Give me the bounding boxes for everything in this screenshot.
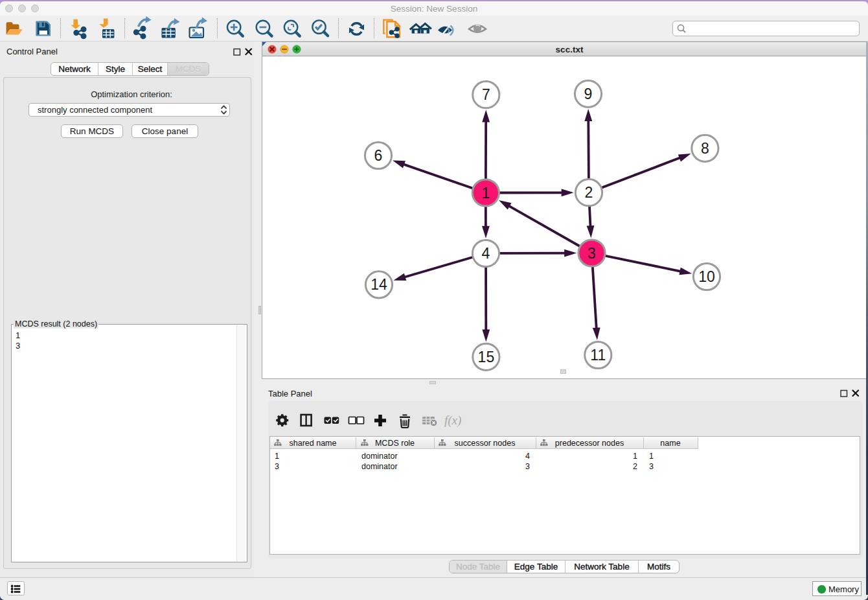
- svg-text:10: 10: [698, 268, 715, 285]
- svg-text:1: 1: [481, 185, 490, 202]
- svg-text:7: 7: [482, 86, 490, 103]
- svg-text:f(x): f(x): [444, 413, 461, 428]
- svg-text:2: 2: [585, 184, 593, 201]
- svg-text:3: 3: [588, 245, 596, 262]
- svg-text:15: 15: [478, 349, 495, 365]
- svg-text:4: 4: [482, 245, 490, 262]
- svg-text:11: 11: [590, 347, 606, 363]
- svg-text:14: 14: [371, 276, 387, 293]
- svg-text:8: 8: [701, 140, 709, 157]
- svg-text:6: 6: [374, 147, 383, 164]
- svg-text:9: 9: [584, 86, 593, 102]
